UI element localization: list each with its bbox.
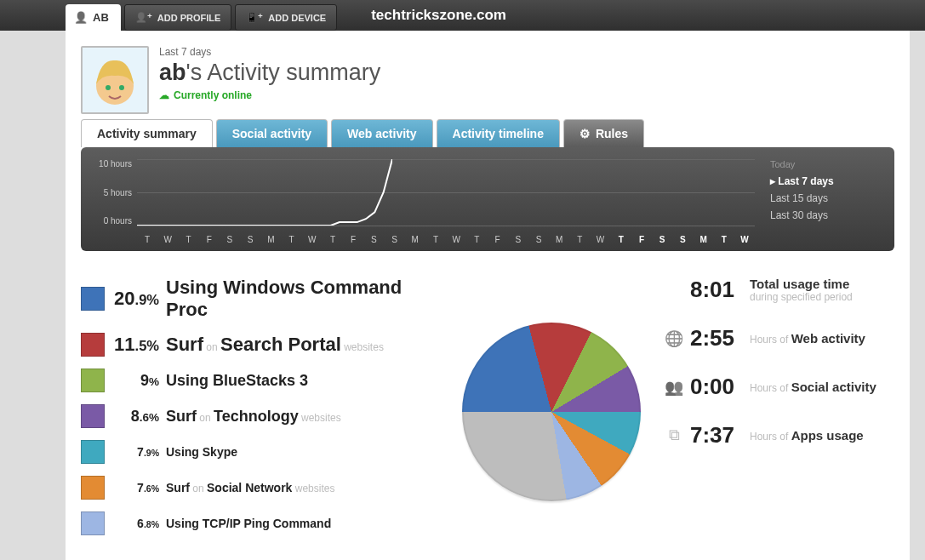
- activity-desc: Surf on Search Portal websites: [166, 334, 438, 356]
- avatar-cartoon-icon: [85, 50, 145, 110]
- color-swatch: [81, 369, 105, 392]
- add-device-button[interactable]: ADD DEVICE: [235, 4, 337, 31]
- activity-pie-chart: [462, 323, 641, 501]
- activity-list: 20.9%Using Windows Command Proc11.5%Surf…: [81, 277, 438, 547]
- brand-label: techtrickszone.com: [371, 7, 506, 31]
- top-bar: AB ADD PROFILE ADD DEVICE techtrickszone…: [0, 0, 925, 31]
- person-icon: [74, 11, 88, 24]
- add-profile-label: ADD PROFILE: [157, 13, 221, 23]
- range-selector: Today Last 7 days Last 15 days Last 30 d…: [755, 159, 882, 244]
- tab-web-activity[interactable]: Web activity: [331, 119, 432, 147]
- timeline-y-labels: 10 hours 5 hours 0 hours: [93, 159, 132, 226]
- activity-row[interactable]: 8.6%Surf on Technology websites: [81, 404, 438, 428]
- activity-row[interactable]: 7.9%Using Skype: [81, 440, 438, 464]
- timeline-line-chart: [137, 159, 392, 226]
- stat-social-activity: 0:00 Hours of Social activity: [665, 374, 894, 400]
- add-person-icon: [135, 12, 152, 23]
- online-text: Currently online: [174, 89, 252, 101]
- profile-tab-ab[interactable]: AB: [66, 4, 121, 31]
- activity-row[interactable]: 20.9%Using Windows Command Proc: [81, 277, 438, 321]
- timeline-panel: 10 hours 5 hours 0 hours TWTFSSMTWTFSSMT…: [81, 147, 894, 251]
- activity-desc: Using Skype: [166, 445, 438, 459]
- activity-desc: Using BlueStacks 3: [166, 372, 438, 390]
- avatar[interactable]: [81, 46, 149, 114]
- page-title: ab's Activity summary: [159, 60, 380, 86]
- range-last-15-days[interactable]: Last 15 days: [770, 190, 882, 207]
- stat-web-value: 2:55: [690, 325, 743, 351]
- tab-social-activity[interactable]: Social activity: [216, 119, 328, 147]
- svg-point-1: [106, 85, 111, 90]
- activity-row[interactable]: 9%Using BlueStacks 3: [81, 369, 438, 392]
- page-card: Last 7 days ab's Activity summary Curren…: [66, 31, 910, 560]
- content-row: 20.9%Using Windows Command Proc11.5%Surf…: [66, 251, 910, 560]
- activity-desc: Using Windows Command Proc: [166, 277, 438, 321]
- activity-desc: Using TCP/IP Ping Command: [166, 517, 438, 530]
- add-device-icon: [246, 12, 263, 23]
- stat-social-value: 0:00: [690, 374, 743, 400]
- color-swatch: [81, 476, 105, 500]
- color-swatch: [81, 404, 105, 428]
- activity-row[interactable]: 11.5%Surf on Search Portal websites: [81, 333, 438, 357]
- timeline-x-axis: TWTFSSMTWTFSSMTWTFSSMTWTFSSMTW: [137, 235, 755, 244]
- range-last-30-days[interactable]: Last 30 days: [770, 207, 882, 224]
- stats-column: 8:01 Total usage timeduring specified pe…: [665, 277, 894, 547]
- add-device-label: ADD DEVICE: [268, 13, 326, 23]
- range-last-7-days[interactable]: Last 7 days: [770, 173, 882, 190]
- header: Last 7 days ab's Activity summary Curren…: [66, 31, 910, 114]
- activity-percent: 7.6%: [105, 481, 166, 494]
- tab-rules[interactable]: Rules: [563, 119, 644, 147]
- activity-row[interactable]: 7.6%Surf on Social Network websites: [81, 476, 438, 500]
- activity-percent: 7.9%: [105, 445, 166, 459]
- activity-desc: Surf on Social Network websites: [166, 481, 438, 494]
- color-swatch: [81, 287, 105, 311]
- title-suffix: 's Activity summary: [186, 60, 381, 85]
- svg-point-2: [119, 85, 124, 90]
- stat-total-value: 8:01: [690, 277, 743, 303]
- tab-activity-summary[interactable]: Activity summary: [81, 119, 213, 147]
- cloud-icon: [159, 89, 169, 101]
- activity-percent: 6.8%: [105, 517, 166, 530]
- activity-percent: 20.9%: [105, 288, 166, 310]
- activity-percent: 11.5%: [105, 334, 166, 356]
- section-tabs: Activity summary Social activity Web act…: [81, 119, 910, 147]
- color-swatch: [81, 333, 105, 357]
- stat-web-activity: 2:55 Hours of Web activity: [665, 325, 894, 351]
- color-swatch: [81, 440, 105, 464]
- tab-activity-timeline[interactable]: Activity timeline: [437, 119, 560, 147]
- activity-desc: Surf on Technology websites: [166, 408, 438, 426]
- range-today[interactable]: Today: [770, 159, 882, 169]
- online-status: Currently online: [159, 89, 380, 101]
- stat-apps-usage: 7:37 Hours of Apps usage: [665, 422, 894, 449]
- activity-percent: 8.6%: [105, 408, 166, 426]
- stat-apps-value: 7:37: [690, 422, 743, 449]
- activity-percent: 9%: [105, 372, 166, 390]
- activity-row[interactable]: 6.8%Using TCP/IP Ping Command: [81, 511, 438, 535]
- color-swatch: [81, 511, 105, 535]
- profile-tab-label: AB: [93, 11, 109, 24]
- stat-total-usage: 8:01 Total usage timeduring specified pe…: [665, 277, 894, 303]
- add-profile-button[interactable]: ADD PROFILE: [124, 4, 232, 31]
- apps-icon: [665, 426, 683, 444]
- period-label: Last 7 days: [159, 46, 380, 58]
- globe-icon: [665, 329, 683, 348]
- profile-name: ab: [159, 60, 186, 85]
- people-icon: [665, 378, 683, 397]
